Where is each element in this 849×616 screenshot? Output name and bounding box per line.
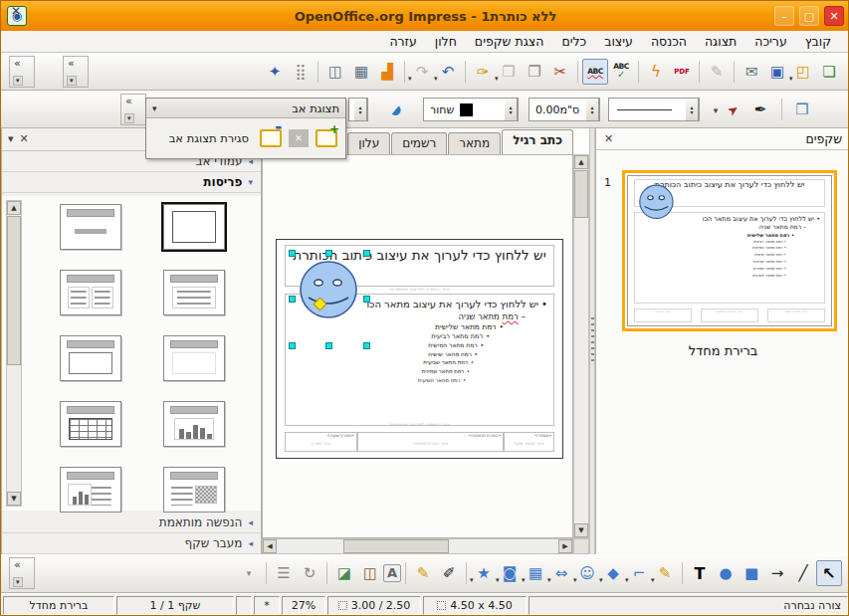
slide-design-icon[interactable]: ❒ — [789, 97, 815, 122]
resize-handle[interactable] — [289, 296, 296, 303]
cut-icon[interactable]: ✂ — [547, 59, 573, 85]
edit-points-mode-icon[interactable]: ✐ — [436, 560, 462, 586]
open-folder-icon[interactable]: ◰ — [790, 59, 816, 85]
tab-handout[interactable]: עלון — [347, 132, 390, 154]
scroll-up-icon[interactable]: ▲ — [7, 201, 21, 215]
fill-style-spinner[interactable] — [354, 99, 367, 120]
vertical-scrollbar[interactable]: ▲ ▼ — [573, 154, 589, 538]
resize-handle[interactable] — [289, 250, 296, 257]
section-custom-animation[interactable]: ◂ הנפשה מותאמת — [2, 513, 261, 533]
status-zoom-level[interactable]: 27% — [282, 596, 325, 615]
layout-title-content[interactable] — [60, 204, 121, 250]
navigator-icon[interactable]: ✦ — [262, 59, 288, 85]
slide-number-placeholder[interactable]: <מספר> אזור מספר שקף — [504, 432, 554, 452]
print-file-icon[interactable]: ϟ — [643, 59, 669, 85]
popup-dropdown-icon[interactable]: ▾ — [152, 103, 157, 113]
scrollbar-thumb[interactable] — [574, 170, 588, 218]
scrollbar-thumb[interactable] — [7, 216, 21, 365]
layout-two-text[interactable] — [60, 270, 121, 315]
gallery2-icon[interactable]: ◫ — [357, 560, 383, 586]
basic-shapes-icon[interactable]: ◆ — [600, 560, 626, 586]
line-color-select[interactable]: שחור — [423, 98, 519, 121]
footer-placeholder[interactable]: <כותרת תחתונה> אזור כותרת תחתונה — [357, 432, 504, 452]
smiley-face-icon[interactable] — [298, 260, 361, 323]
curve-icon[interactable]: ✎ — [652, 560, 678, 586]
ellipse-icon[interactable]: ● — [713, 560, 739, 586]
minimize-button[interactable]: – — [774, 6, 794, 26]
paint-can-icon[interactable]: ◗ — [385, 98, 411, 123]
menu-insert[interactable]: הכנסה — [642, 32, 696, 51]
menu-view[interactable]: תצוגה — [696, 32, 745, 51]
overflow-dd-icon[interactable]: ▾ — [236, 560, 262, 586]
resize-handle[interactable] — [289, 342, 296, 349]
slide-thumbnail[interactable]: יש ללחוץ כדי לערוך את עיצוב כיתוב הכותרת… — [622, 170, 837, 331]
tab-normal[interactable]: כתב רגיל — [502, 129, 573, 154]
symbol-shapes-icon[interactable]: ☺ — [574, 560, 600, 586]
menu-slideshow[interactable]: הצגת שקפים — [466, 32, 553, 51]
toolbar-collapse-handle[interactable] — [63, 56, 89, 88]
arrowheads-icon[interactable]: ➤ — [720, 97, 745, 122]
layout-title-table[interactable] — [60, 401, 121, 447]
master-view-popup-title[interactable]: תצוגת אב ▾ — [146, 99, 345, 118]
line-width-spinner[interactable] — [586, 99, 599, 120]
copy-icon[interactable]: ❐ — [522, 59, 547, 85]
close-master-view-button[interactable]: סגירת תצוגת אב — [169, 131, 249, 145]
scrollbar-thumb[interactable] — [343, 539, 449, 553]
resize-handle[interactable] — [363, 342, 370, 349]
edit-points-icon[interactable]: ✒ — [747, 97, 773, 122]
layout-text-clipart[interactable] — [163, 467, 225, 513]
menu-edit[interactable]: עריכה — [745, 32, 795, 51]
layout-chart-text[interactable] — [60, 467, 121, 513]
horizontal-scrollbar[interactable]: ◀ ▶ — [262, 538, 573, 554]
tab-notes[interactable]: רשמים — [391, 132, 447, 154]
selected-smiley-shape[interactable] — [292, 253, 367, 346]
menu-window[interactable]: חלון — [426, 32, 466, 51]
resize-handle[interactable] — [363, 250, 370, 257]
picture-icon[interactable]: ◪ — [331, 560, 357, 586]
format-paintbrush-icon[interactable]: ✑ — [470, 59, 496, 85]
arrow-icon[interactable]: → — [764, 560, 790, 586]
paste-icon[interactable]: ❒ — [496, 59, 522, 85]
text-icon[interactable]: T — [687, 560, 713, 586]
scroll-up-icon[interactable]: ▲ — [574, 155, 588, 169]
resize-handle[interactable] — [325, 250, 332, 257]
section-slide-transition[interactable]: ◂ מעבר שקף — [2, 533, 261, 554]
grid-icon[interactable]: ⣿ — [288, 59, 314, 85]
autospellcheck-icon[interactable]: ABC — [582, 59, 608, 85]
slide-page[interactable]: יש ללחוץ כדי לערוך את עיצוב כיתוב הכותרת… — [276, 239, 563, 459]
line-color-spinner[interactable] — [505, 99, 518, 120]
tab-outline[interactable]: מתאר — [448, 132, 501, 154]
align-icon[interactable]: ☰ — [271, 560, 297, 586]
scroll-left-icon[interactable]: ◀ — [263, 539, 277, 553]
redo-icon[interactable]: ↷ — [409, 59, 435, 85]
status-doc-style[interactable]: ברירת מחדל — [3, 596, 114, 615]
panel-close-icon[interactable]: ✕ — [604, 132, 613, 145]
line-style-select[interactable] — [608, 98, 700, 121]
table-icon[interactable]: ▦ — [348, 59, 374, 85]
select-icon[interactable]: ↖ — [816, 560, 842, 586]
scroll-down-icon[interactable]: ▼ — [574, 523, 588, 537]
panel-menu-icon[interactable]: ▾ — [8, 132, 14, 145]
scroll-down-icon[interactable]: ▼ — [7, 492, 21, 506]
layout-title-only[interactable] — [163, 335, 225, 381]
status-slide-counter[interactable]: שקף 1 / 1 — [116, 596, 234, 615]
line-width-field[interactable]: 0.00ס"מ — [529, 98, 600, 121]
undo-icon[interactable]: ↶ — [435, 59, 461, 85]
flowchart-icon[interactable]: ▦ — [523, 560, 548, 586]
scroll-right-icon[interactable]: ▶ — [558, 539, 572, 553]
new-document-icon[interactable]: ❏ — [816, 59, 842, 85]
star-icon[interactable]: ★ — [471, 560, 497, 586]
connector-icon[interactable]: ⌐ — [626, 560, 652, 586]
master-elements-icon[interactable] — [260, 129, 282, 147]
layout-title-text[interactable] — [163, 270, 225, 315]
document-close-icon[interactable]: ✕ — [11, 4, 21, 18]
section-layouts[interactable]: ▾ פריסות — [2, 172, 261, 193]
toolbar-collapse-handle[interactable] — [9, 557, 35, 589]
freeform-line-icon[interactable]: ✎ — [410, 560, 436, 586]
layout-blank[interactable] — [163, 204, 225, 250]
line-icon[interactable]: ╱ — [790, 560, 816, 586]
rotate-icon[interactable]: ↻ — [297, 560, 322, 586]
menu-file[interactable]: קובץ — [796, 32, 840, 51]
toolbar-collapse-handle[interactable] — [9, 56, 35, 88]
callout-icon[interactable]: ◙ — [497, 560, 523, 586]
